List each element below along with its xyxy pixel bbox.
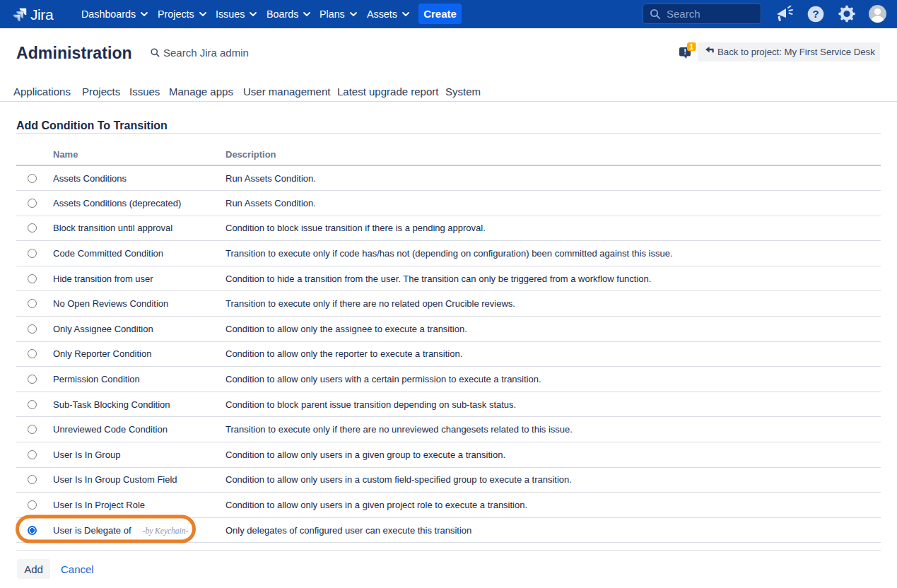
svg-text:?: ?: [812, 8, 819, 20]
svg-text:1: 1: [690, 43, 694, 51]
svg-text:!: !: [684, 47, 686, 56]
